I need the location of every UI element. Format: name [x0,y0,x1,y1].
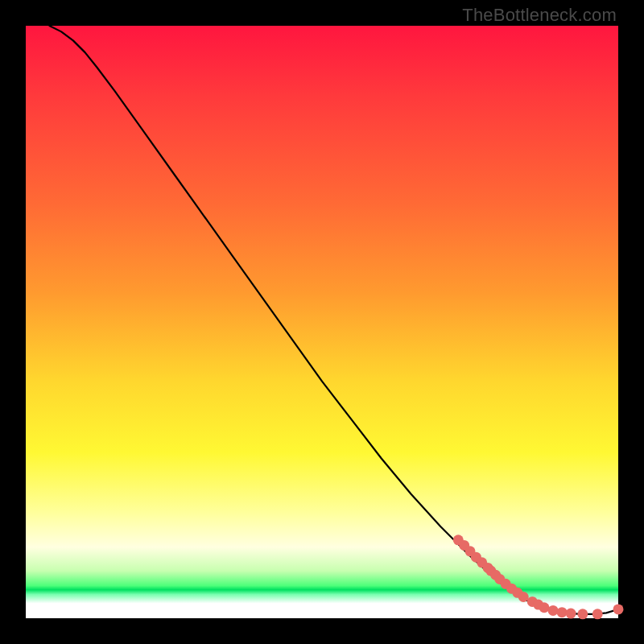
plot-area [26,26,618,618]
data-point-dot [613,604,624,614]
data-point-dot [518,592,529,602]
chart-svg [26,26,618,618]
data-point-dot [592,609,603,619]
data-point-dot [557,607,568,617]
watermark-text: TheBottleneck.com [462,5,617,26]
data-point-dot [539,602,550,613]
data-point-dot [548,605,559,616]
bottleneck-curve-path [49,26,618,614]
data-point-dot [577,609,588,619]
data-point-dot [566,609,576,619]
chart-frame: TheBottleneck.com [0,0,644,644]
